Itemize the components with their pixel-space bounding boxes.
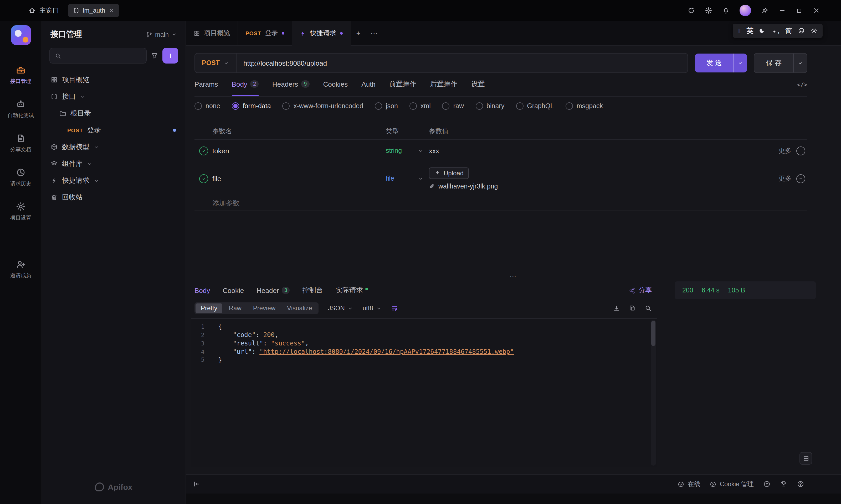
body-type-urlencoded[interactable]: x-www-form-urlencoded	[282, 102, 363, 110]
layout-grid-button[interactable]	[800, 452, 812, 465]
cookie-manager-button[interactable]: Cookie 管理	[710, 480, 754, 488]
editor-scrollbar[interactable]	[651, 320, 656, 466]
rail-item-invite-members[interactable]: 邀请成员	[0, 259, 41, 279]
avatar[interactable]	[740, 5, 751, 16]
encoding-select[interactable]: utf8	[363, 305, 382, 312]
help-icon[interactable]	[797, 480, 804, 488]
ime-drag-handle[interactable]: ‖	[738, 27, 741, 34]
save-button[interactable]: 保 存	[754, 53, 807, 73]
branch-selector[interactable]: main	[146, 31, 177, 38]
scrollbar-thumb[interactable]	[651, 321, 655, 346]
tab-response-cookie[interactable]: Cookie	[223, 286, 244, 294]
rail-item-request-history[interactable]: 请求历史	[0, 167, 41, 187]
chevron-down-icon[interactable]	[93, 178, 99, 183]
code-link-token[interactable]: "http://localhost:8080/i/2024/09/16/hpAA…	[259, 348, 514, 356]
rail-item-project-settings[interactable]: 项目设置	[0, 202, 41, 221]
param-name-cell[interactable]: token	[212, 147, 386, 155]
add-new-button[interactable]	[162, 48, 178, 64]
param-enabled-cell[interactable]	[194, 146, 212, 155]
maximize-icon[interactable]	[796, 7, 803, 14]
tab-console[interactable]: 控制台	[303, 286, 323, 295]
sidebar-item-root-folder[interactable]: 根目录	[45, 106, 183, 121]
project-logo[interactable]	[11, 25, 31, 45]
remove-row-icon[interactable]	[796, 146, 805, 155]
code-view-icon[interactable]: </>	[797, 81, 807, 88]
mode-visualize[interactable]: Visualize	[282, 303, 317, 313]
response-body-editor[interactable]: 1 { 2 "code": 200, 3 "result": "success"…	[191, 318, 657, 467]
tab-quick-request[interactable]: 快捷请求	[292, 21, 350, 45]
check-circle-icon[interactable]	[199, 174, 208, 183]
send-options-split[interactable]	[734, 54, 747, 72]
remove-row-icon[interactable]	[796, 174, 805, 183]
sidebar-item-components[interactable]: 组件库	[45, 156, 183, 172]
pin-icon[interactable]	[761, 7, 769, 14]
tab-more-button[interactable]: ⋯	[366, 21, 382, 45]
check-circle-icon[interactable]	[199, 146, 208, 155]
format-select[interactable]: JSON	[328, 305, 353, 312]
ime-settings-gear-icon[interactable]	[810, 27, 817, 34]
body-type-graphql[interactable]: GraphQL	[516, 102, 554, 110]
body-type-msgpack[interactable]: msgpack	[566, 102, 603, 110]
tab-project-overview[interactable]: 项目概览	[186, 21, 238, 45]
sidebar-item-data-models[interactable]: 数据模型	[45, 139, 183, 155]
tab-post-ops[interactable]: 后置操作	[430, 73, 458, 96]
tab-auth[interactable]: Auth	[361, 73, 376, 96]
chevron-down-icon[interactable]	[87, 161, 92, 167]
save-options-split[interactable]	[793, 54, 807, 72]
sidebar-item-project-overview[interactable]: 项目概览	[45, 72, 183, 88]
body-type-form-data[interactable]: form-data	[232, 102, 271, 110]
moon-icon[interactable]	[759, 27, 766, 34]
tab-body[interactable]: Body 2	[232, 73, 259, 96]
chevron-down-icon[interactable]	[93, 144, 99, 150]
param-type-select[interactable]: string	[386, 147, 429, 154]
copy-icon[interactable]	[629, 305, 636, 312]
sidebar-item-api-group[interactable]: 接口	[45, 89, 183, 105]
body-type-xml[interactable]: xml	[410, 102, 431, 110]
method-select[interactable]: POST	[195, 54, 237, 72]
body-type-json[interactable]: json	[375, 102, 398, 110]
close-window-icon[interactable]	[813, 7, 820, 14]
online-status[interactable]: 在线	[678, 480, 700, 488]
search-input[interactable]	[65, 51, 141, 60]
settings-gear-icon[interactable]	[705, 7, 712, 14]
body-type-raw[interactable]: raw	[442, 102, 464, 110]
tab-headers[interactable]: Headers 9	[272, 73, 309, 96]
download-icon[interactable]	[613, 305, 620, 312]
upload-button[interactable]: Upload	[429, 167, 469, 179]
sidebar-item-recycle-bin[interactable]: 回收站	[45, 190, 183, 205]
tab-settings[interactable]: 设置	[471, 73, 485, 96]
notifications-bell-icon[interactable]	[722, 7, 730, 14]
body-type-binary[interactable]: binary	[476, 102, 504, 110]
search-icon[interactable]	[645, 305, 652, 312]
sidebar-item-login-api[interactable]: POST 登录	[45, 122, 183, 138]
window-tab-im-auth[interactable]: im_auth	[68, 4, 119, 17]
home-window-button[interactable]: 主窗口	[28, 6, 59, 15]
rail-item-share-docs[interactable]: 分享文档	[0, 133, 41, 153]
panel-resize-handle[interactable]: ⋯	[186, 272, 841, 280]
more-button[interactable]: 更多	[778, 174, 792, 183]
tab-response-header[interactable]: Header 3	[257, 286, 290, 294]
ime-charset-toggle[interactable]: 简	[785, 26, 792, 35]
send-button[interactable]: 发 送	[695, 54, 747, 72]
refresh-icon[interactable]	[687, 7, 695, 14]
upgrade-icon[interactable]	[763, 480, 771, 488]
rewards-icon[interactable]	[780, 480, 787, 488]
tab-response-body[interactable]: Body	[194, 286, 210, 294]
new-tab-button[interactable]: +	[350, 21, 366, 45]
tab-pre-ops[interactable]: 前置操作	[389, 73, 416, 96]
ime-language-indicator[interactable]: 英	[746, 26, 754, 35]
tab-actual-request[interactable]: 实际请求	[336, 286, 368, 295]
param-enabled-cell[interactable]	[194, 174, 212, 183]
collapse-sidebar-icon[interactable]	[193, 480, 200, 488]
more-button[interactable]: 更多	[778, 146, 792, 155]
tab-login-api[interactable]: POST 登录	[238, 21, 292, 45]
sidebar-item-quick-request[interactable]: 快捷请求	[45, 173, 183, 188]
filter-funnel-icon[interactable]	[151, 52, 158, 59]
minimize-icon[interactable]	[778, 7, 786, 14]
url-input[interactable]	[237, 59, 687, 67]
tab-cookies[interactable]: Cookies	[323, 73, 348, 96]
rail-item-api-management[interactable]: 接口管理	[0, 65, 41, 85]
tab-params[interactable]: Params	[194, 73, 218, 96]
mode-raw[interactable]: Raw	[224, 303, 247, 313]
attached-file[interactable]: wallhaven-yjr3lk.png	[429, 182, 498, 190]
